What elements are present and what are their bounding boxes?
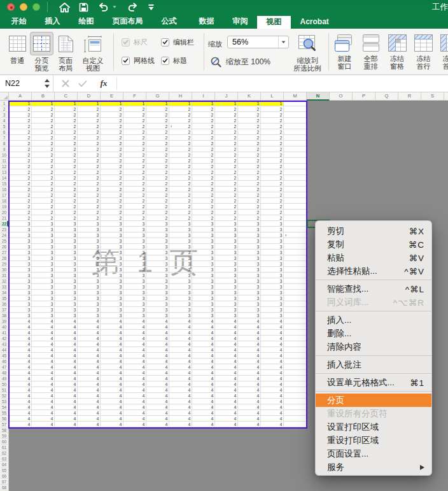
freeze-first-column-button[interactable]: 冻结首列 [437, 32, 448, 70]
context-menu-item[interactable]: 智能查找... ^⌘L [316, 282, 431, 295]
row-header-27[interactable]: 27 [0, 250, 9, 255]
save-button[interactable] [79, 0, 88, 14]
column-header-R[interactable]: R [398, 92, 421, 101]
column-header-I[interactable]: I [192, 92, 215, 101]
row-header-57[interactable]: 57 [0, 422, 9, 427]
row-header-22[interactable]: 22 [0, 221, 9, 227]
column-header-B[interactable]: B [32, 92, 55, 101]
context-menu-item[interactable]: 重设打印区域 [316, 434, 431, 447]
row-header-31[interactable]: 31 [0, 273, 9, 278]
column-header-O[interactable]: O [330, 92, 353, 101]
name-box-spinner[interactable] [43, 78, 51, 89]
row-header-10[interactable]: 10 [0, 152, 9, 158]
row-header-34[interactable]: 34 [0, 290, 9, 295]
minimize-button[interactable] [20, 3, 27, 11]
zoom-combobox[interactable]: 56% [227, 36, 289, 48]
row-header-56[interactable]: 56 [0, 416, 9, 422]
column-header-Q[interactable]: Q [375, 92, 398, 101]
formula-bar-checkbox[interactable]: 编辑栏 [161, 38, 194, 46]
column-header-P[interactable]: P [353, 92, 375, 101]
formula-input[interactable] [117, 75, 448, 92]
tab-review[interactable]: 审阅 [223, 14, 257, 29]
context-menu-item[interactable]: 删除... [316, 327, 431, 340]
tab-home[interactable]: 开始 [2, 14, 36, 29]
row-header-4[interactable]: 4 [0, 118, 9, 124]
row-header-53[interactable]: 53 [0, 399, 9, 404]
context-menu-item[interactable]: 重设所有分页符 [316, 407, 431, 420]
row-header-43[interactable]: 43 [0, 341, 9, 347]
row-header-25[interactable]: 25 [0, 238, 9, 244]
context-menu-item[interactable]: 清除内容 [316, 340, 431, 353]
context-menu-item[interactable]: 设置打印区域 [316, 420, 431, 434]
tab-view[interactable]: 视图 [257, 16, 291, 29]
context-menu-item[interactable]: 插入... [316, 313, 431, 327]
context-menu-item[interactable]: 同义词库... ^⌥⌘R [316, 295, 431, 309]
row-header-42[interactable]: 42 [0, 336, 9, 341]
row-header-64[interactable]: 64 [0, 462, 9, 467]
row-header-14[interactable]: 14 [0, 175, 9, 181]
row-header-36[interactable]: 36 [0, 301, 9, 307]
page-break-preview-button[interactable]: 分页预览 [30, 32, 53, 72]
row-header-68[interactable]: 68 [0, 485, 9, 490]
row-header-38[interactable]: 38 [0, 313, 9, 318]
context-menu-item[interactable]: 页面设置... [316, 447, 431, 460]
insert-function-button[interactable]: fx [97, 75, 110, 92]
row-header-12[interactable]: 12 [0, 164, 9, 169]
context-menu-item[interactable]: 选择性粘贴... ^⌘V [316, 264, 431, 278]
fullscreen-button[interactable] [32, 3, 40, 11]
name-box[interactable]: N22 [0, 75, 53, 92]
select-all-corner[interactable] [0, 92, 9, 101]
row-header-58[interactable]: 58 [0, 427, 9, 433]
context-menu-item[interactable]: 分页 [316, 394, 431, 407]
row-header-50[interactable]: 50 [0, 381, 9, 387]
tab-draw[interactable]: 绘图 [69, 14, 103, 29]
column-header-G[interactable]: G [146, 92, 169, 101]
row-header-8[interactable]: 8 [0, 141, 9, 146]
row-header-39[interactable]: 39 [0, 318, 9, 324]
column-header-E[interactable]: E [101, 92, 123, 101]
gridlines-checkbox[interactable]: 网格线 [122, 56, 155, 65]
tab-data[interactable]: 数据 [190, 14, 223, 29]
row-header-20[interactable]: 20 [0, 210, 9, 215]
column-header-H[interactable]: H [169, 92, 192, 101]
context-menu-item[interactable]: 设置单元格格式... ⌘1 [316, 376, 431, 389]
row-header-16[interactable]: 16 [0, 187, 9, 192]
row-header-55[interactable]: 55 [0, 410, 9, 416]
tab-formulas[interactable]: 公式 [152, 14, 186, 29]
row-header-21[interactable]: 21 [0, 215, 9, 221]
redo-button[interactable] [128, 0, 137, 14]
row-header-9[interactable]: 9 [0, 146, 9, 152]
zoom-dropdown-arrow[interactable] [279, 41, 288, 44]
zoom-100-button[interactable]: 缩放至 100% [210, 56, 270, 68]
context-menu-item[interactable]: 插入批注 [316, 358, 431, 371]
page-layout-view-button[interactable]: 页面布局 [53, 32, 78, 72]
context-menu-item[interactable]: 粘贴 ⌘V [316, 251, 431, 264]
freeze-panes-button[interactable]: 冻结窗格 [384, 32, 410, 70]
row-header-67[interactable]: 67 [0, 479, 9, 485]
column-header-C[interactable]: C [55, 92, 78, 101]
row-header-35[interactable]: 35 [0, 295, 9, 301]
row-header-52[interactable]: 52 [0, 393, 9, 399]
row-header-24[interactable]: 24 [0, 232, 9, 238]
column-header-M[interactable]: M [284, 92, 307, 101]
row-header-33[interactable]: 33 [0, 284, 9, 290]
row-header-5[interactable]: 5 [0, 124, 9, 129]
row-header-41[interactable]: 41 [0, 330, 9, 336]
undo-dropdown-icon[interactable] [113, 6, 116, 8]
row-header-3[interactable]: 3 [0, 112, 9, 118]
column-header-N[interactable]: N [307, 92, 330, 101]
row-header-49[interactable]: 49 [0, 376, 9, 381]
customize-toolbar-button[interactable] [148, 0, 154, 14]
context-menu-item[interactable]: 服务 [316, 460, 431, 474]
context-menu-item[interactable]: 复制 ⌘C [316, 238, 431, 251]
row-header-63[interactable]: 63 [0, 456, 9, 462]
undo-button[interactable] [99, 0, 116, 14]
custom-views-button[interactable]: 自定义视图 [78, 32, 108, 72]
row-header-46[interactable]: 46 [0, 359, 9, 364]
column-header-A[interactable]: A [9, 92, 32, 101]
arrange-all-button[interactable]: 全部重排 [358, 32, 384, 70]
row-header-23[interactable]: 23 [0, 227, 9, 232]
column-header-K[interactable]: K [238, 92, 261, 101]
row-header-45[interactable]: 45 [0, 353, 9, 359]
row-header-6[interactable]: 6 [0, 129, 9, 135]
